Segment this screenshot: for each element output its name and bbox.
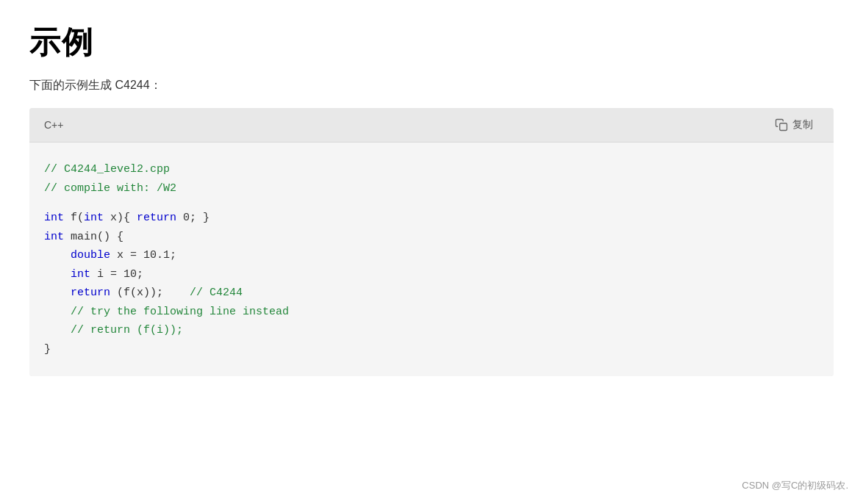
code-block-header: C++ 复制	[29, 108, 834, 143]
description-text: 下面的示例生成 C4244：	[29, 78, 834, 93]
copy-label: 复制	[792, 118, 813, 132]
code-line: // try the following line instead	[44, 303, 819, 322]
code-block: C++ 复制 // C4244_level2.cpp// compile wit…	[29, 108, 834, 376]
description-label: 下面的示例生成 C4244：	[29, 79, 162, 91]
copy-icon	[775, 118, 788, 132]
code-line: double x = 10.1;	[44, 246, 819, 265]
code-line: int f(int x){ return 0; }	[44, 209, 819, 228]
svg-rect-0	[780, 123, 787, 131]
footer-attribution: CSDN @写C的初级码农.	[742, 479, 848, 492]
code-line: // return (f(i));	[44, 321, 819, 340]
code-line: }	[44, 340, 819, 359]
code-line: // C4244_level2.cpp	[44, 160, 819, 179]
code-line: int i = 10;	[44, 265, 819, 284]
page-title: 示例	[29, 22, 834, 63]
copy-button[interactable]: 复制	[769, 115, 819, 134]
code-block-body: // C4244_level2.cpp// compile with: /W2i…	[29, 143, 834, 376]
code-line: // compile with: /W2	[44, 179, 819, 198]
code-line: int main() {	[44, 228, 819, 247]
code-line: return (f(x)); // C4244	[44, 284, 819, 303]
code-lang-label: C++	[44, 119, 63, 131]
